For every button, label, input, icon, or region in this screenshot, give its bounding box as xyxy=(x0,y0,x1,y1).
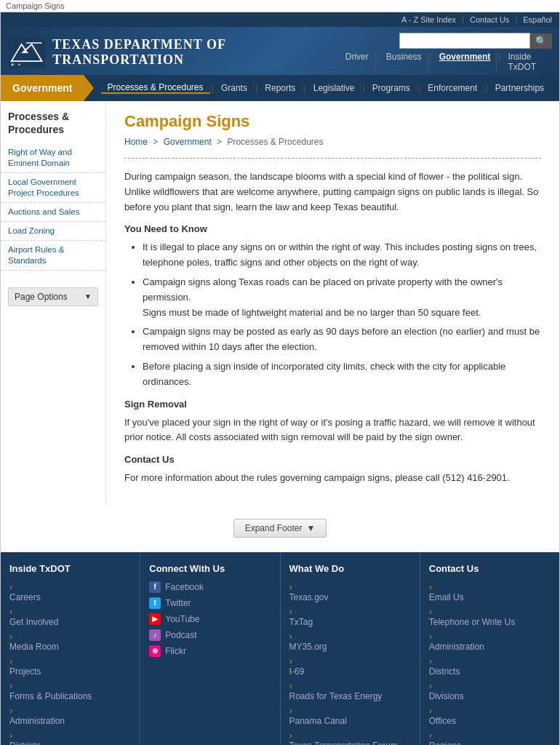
chevron-down-icon: ▼ xyxy=(84,292,92,300)
svg-text:★: ★ xyxy=(10,60,15,67)
footer-admin-link[interactable]: Administration xyxy=(9,716,131,726)
footer-contact-offices-link[interactable]: Offices xyxy=(429,716,551,726)
footer-contact-regions: Regions xyxy=(429,730,551,745)
flickr-icon: ⊕ xyxy=(149,645,161,657)
footer-districts-link[interactable]: Districts xyxy=(9,741,131,745)
youtube-icon: ▶ xyxy=(149,613,161,625)
footer-admin: Administration xyxy=(9,705,131,726)
footer-media-room-link[interactable]: Media Room xyxy=(9,642,131,652)
gov-tab-arrow xyxy=(84,75,94,101)
footer-panama-canal: Panama Canal xyxy=(289,705,411,726)
sidebar-item-local-gov[interactable]: Local Government Project Procedures xyxy=(1,173,105,203)
sidebar-item-load-zoning[interactable]: Load Zoning xyxy=(1,222,105,241)
facebook-icon: f xyxy=(149,581,161,593)
footer-youtube: ▶ YouTube xyxy=(149,613,271,625)
flickr-link[interactable]: Flickr xyxy=(165,646,186,656)
contact-us-text: For more information about the rules gov… xyxy=(124,471,541,486)
footer-contact-divisions-link[interactable]: Divisions xyxy=(429,691,551,701)
footer-email-us-link[interactable]: Email Us xyxy=(429,592,551,602)
footer-roads-energy-link[interactable]: Roads for Texas Energy xyxy=(289,691,411,701)
footer-texas-forum: Texas Transportation Forum xyxy=(289,730,411,745)
podcast-icon: ♪ xyxy=(149,629,161,641)
gov-menu-reports[interactable]: Reports xyxy=(259,83,302,93)
gov-menu-processes[interactable]: Processes & Procedures xyxy=(101,82,209,94)
nav-business[interactable]: Business xyxy=(380,52,428,72)
sidebar-title: Processes & Procedures xyxy=(1,110,105,143)
footer-my35-link[interactable]: MY35.org xyxy=(289,642,411,652)
footer-contact-title: Contact Us xyxy=(429,563,551,574)
page-heading: Campaign Signs xyxy=(124,112,541,131)
gov-menu-programs[interactable]: Programs xyxy=(367,83,417,93)
search-input[interactable] xyxy=(399,33,530,49)
footer-texas-gov-link[interactable]: Texas.gov xyxy=(289,592,411,602)
footer-get-involved: Get Involved xyxy=(9,606,131,627)
footer-podcast: ♪ Podcast xyxy=(149,629,271,641)
footer-contact-districts: Districts xyxy=(429,656,551,677)
sidebar-item-auctions[interactable]: Auctions and Sales xyxy=(1,203,105,222)
content-divider xyxy=(124,158,541,159)
footer-txtag: TxTag xyxy=(289,606,411,627)
sidebar-item-row[interactable]: Right of Way and Eminent Domain xyxy=(1,143,105,173)
footer-careers: Careers xyxy=(9,581,131,602)
footer-projects-link[interactable]: Projects xyxy=(9,666,131,677)
bullet-item-3: Campaign signs may be posted as early as… xyxy=(143,324,541,355)
footer-media-room: Media Room xyxy=(9,631,131,652)
footer-col-contact: Contact Us Email Us Telephone or Write U… xyxy=(420,552,559,745)
footer-contact-districts-link[interactable]: Districts xyxy=(429,666,551,677)
footer-connect-title: Connect With Us xyxy=(149,563,271,574)
bullet-item-2: Campaign signs along Texas roads can be … xyxy=(143,275,541,320)
page-options-button[interactable]: Page Options ▼ xyxy=(8,287,98,306)
espanol-link[interactable]: Español xyxy=(523,15,552,24)
page-options-section: Page Options ▼ xyxy=(1,282,105,312)
breadcrumb: Home > Government > Processes & Procedur… xyxy=(124,137,541,147)
footer-contact-admin: Administration xyxy=(429,631,551,652)
footer-txtag-link[interactable]: TxTag xyxy=(289,617,411,627)
sub-text: Signs must be made of lightweight materi… xyxy=(143,307,481,318)
footer-telephone-link[interactable]: Telephone or Write Us xyxy=(429,617,551,627)
logo-area: ★ ✦ TEXAS DEPARTMENT OF TRANSPORTATION xyxy=(8,36,340,69)
podcast-link[interactable]: Podcast xyxy=(165,630,196,640)
footer-col-connect: Connect With Us f Facebook t Twitter ▶ Y… xyxy=(140,552,280,745)
footer-contact-regions-link[interactable]: Regions xyxy=(429,741,551,745)
intro-paragraph: During campaign season, the landscape bl… xyxy=(124,170,541,215)
gov-menu-enforcement[interactable]: Enforcement xyxy=(422,83,484,93)
footer-i69-link[interactable]: I-69 xyxy=(289,666,411,677)
footer-careers-link[interactable]: Careers xyxy=(9,592,131,602)
expand-footer-button[interactable]: Expand Footer ▼ xyxy=(233,519,327,538)
gov-menu-grants[interactable]: Grants xyxy=(215,83,254,93)
nav-driver[interactable]: Driver xyxy=(340,52,375,72)
gov-menu-partnerships[interactable]: Partnerships xyxy=(489,83,550,93)
footer-contact-admin-link[interactable]: Administration xyxy=(429,642,551,652)
expand-footer-area: Expand Footer ▼ xyxy=(1,504,559,552)
twitter-link[interactable]: Twitter xyxy=(165,598,191,608)
footer-forms: Forms & Publications xyxy=(9,680,131,701)
contact-us-heading: Contact Us xyxy=(124,454,541,465)
bullet-list: It is illegal to place any signs on or w… xyxy=(143,240,541,389)
main-nav-links: Driver | Business | Government | Inside … xyxy=(340,52,552,72)
breadcrumb-government[interactable]: Government xyxy=(164,137,212,147)
footer-flickr: ⊕ Flickr xyxy=(149,645,271,657)
footer-facebook: f Facebook xyxy=(149,581,271,593)
youtube-link[interactable]: YouTube xyxy=(165,614,199,624)
search-area: 🔍 Driver | Business | Government | Insid… xyxy=(340,33,552,72)
contact-us-link[interactable]: Contact Us xyxy=(470,15,509,24)
footer-get-involved-link[interactable]: Get Involved xyxy=(9,617,131,627)
footer-texas-forum-link[interactable]: Texas Transportation Forum xyxy=(289,741,411,745)
site-logo-text: TEXAS DEPARTMENT OF TRANSPORTATION xyxy=(52,37,340,68)
footer-roads-energy: Roads for Texas Energy xyxy=(289,680,411,701)
sidebar-item-airport[interactable]: Airport Rules & Standards xyxy=(1,241,105,271)
nav-government[interactable]: Government xyxy=(433,52,497,72)
page-title-status: Campaign Signs xyxy=(6,1,65,10)
nav-inside-txdot[interactable]: Inside TxDOT xyxy=(503,52,553,72)
footer-panama-canal-link[interactable]: Panama Canal xyxy=(289,716,411,726)
site-footer: Inside TxDOT Careers Get Involved Media … xyxy=(1,552,559,745)
az-site-index-link[interactable]: A - Z Site Index xyxy=(401,15,456,24)
footer-forms-link[interactable]: Forms & Publications xyxy=(9,691,131,701)
footer-districts: Districts xyxy=(9,730,131,745)
facebook-link[interactable]: Facebook xyxy=(165,582,204,592)
gov-menu-legislative[interactable]: Legislative xyxy=(308,83,361,93)
breadcrumb-home[interactable]: Home xyxy=(124,137,148,147)
search-button[interactable]: 🔍 xyxy=(530,33,552,49)
footer-columns: Inside TxDOT Careers Get Involved Media … xyxy=(1,552,559,745)
government-nav-bar: Government Processes & Procedures | Gran… xyxy=(1,75,559,101)
